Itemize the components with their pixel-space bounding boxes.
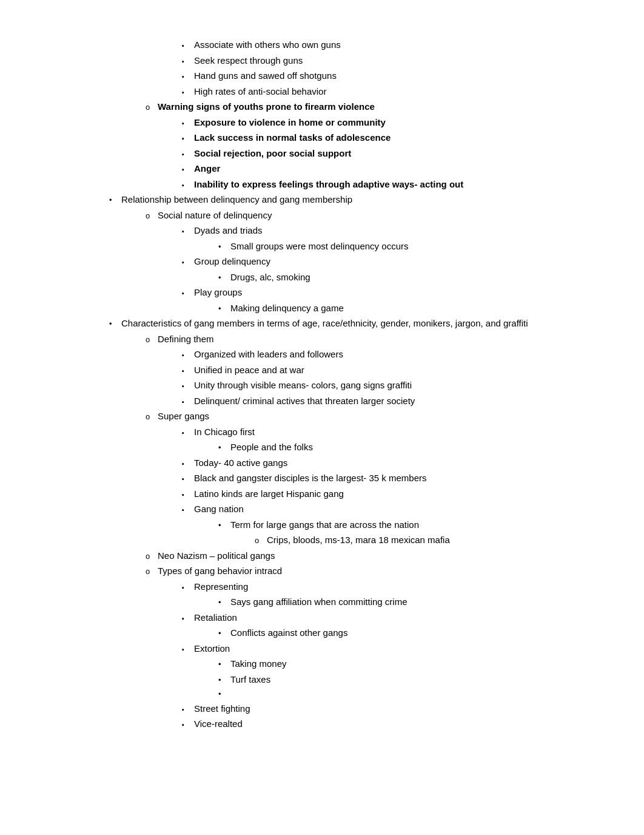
list-item-text: Unity through visible means- colors, gan…: [194, 379, 412, 393]
bullet-icon: ▪: [182, 56, 194, 67]
list-item: oWarning signs of youths prone to firear…: [109, 100, 595, 114]
list-item-text: Organized with leaders and followers: [194, 348, 343, 362]
list-item-text: Unified in peace and at war: [194, 363, 304, 377]
bullet-icon: ▪: [182, 428, 194, 438]
list-item-text: Drugs, alc, smoking: [230, 271, 310, 285]
list-item-text: Neo Nazism – political gangs: [158, 549, 275, 563]
list-item: •Conflicts against other gangs: [109, 626, 595, 640]
bullet-icon: ▪: [182, 72, 194, 82]
list-item-text: Says gang affiliation when committing cr…: [230, 595, 408, 609]
bullet-icon: ▪: [182, 41, 194, 51]
list-item: •Taking money: [109, 657, 595, 671]
bullet-icon: ▪: [182, 614, 194, 624]
list-item: oSuper gangs: [109, 410, 595, 424]
bullet-icon: ▪: [182, 474, 194, 484]
bullet-icon: ▪: [182, 257, 194, 268]
list-item-text: Super gangs: [158, 410, 209, 424]
list-item: ▪Play groups: [109, 286, 595, 300]
list-item: ▪Vice-realted: [109, 717, 595, 731]
bullet-icon: ▪: [182, 720, 194, 730]
list-item-text: High rates of anti-social behavior: [194, 85, 326, 99]
list-item-text: Dyads and triads: [194, 224, 263, 238]
outline-list: ▪Associate with others who own guns▪Seek…: [109, 38, 595, 731]
list-item: ▪Black and gangster disciples is the lar…: [109, 472, 595, 485]
list-item-text: Relationship between delinquency and gan…: [121, 193, 352, 207]
list-item-text: Group delinquency: [194, 255, 270, 269]
list-item-text: Anger: [194, 162, 220, 176]
bullet-icon: ▪: [182, 134, 194, 144]
bullet-icon: ▪: [182, 288, 194, 299]
list-item-text: Term for large gangs that are across the…: [230, 518, 419, 532]
list-item: •Relationship between delinquency and ga…: [109, 193, 595, 207]
list-item: ▪Latino kinds are larget Hispanic gang: [109, 487, 595, 501]
list-item-text: Characteristics of gang members in terms…: [121, 317, 528, 331]
bullet-icon: •: [218, 303, 230, 315]
bullet-icon: •: [109, 318, 121, 330]
list-item: ▪Retaliation: [109, 611, 595, 625]
bullet-icon: •: [218, 688, 230, 700]
bullet-icon: ▪: [182, 87, 194, 98]
bullet-icon: ▪: [182, 149, 194, 160]
list-item: •Characteristics of gang members in term…: [109, 317, 595, 331]
list-item: oSocial nature of delinquency: [109, 209, 595, 223]
list-item: ▪In Chicago first: [109, 425, 595, 439]
list-item: oDefining them: [109, 333, 595, 347]
bullet-icon: o: [146, 550, 158, 563]
bullet-icon: ▪: [182, 118, 194, 129]
list-item: •Small groups were most delinquency occu…: [109, 240, 595, 254]
bullet-icon: ▪: [182, 505, 194, 515]
bullet-icon: •: [109, 194, 121, 206]
list-item: ▪Social rejection, poor social support: [109, 147, 595, 161]
bullet-icon: ▪: [182, 350, 194, 360]
list-item: •: [109, 688, 595, 700]
bullet-icon: ▪: [182, 366, 194, 376]
list-item-text: Types of gang behavior intracd: [158, 564, 282, 578]
list-item: ▪Hand guns and sawed off shotguns: [109, 69, 595, 83]
bullet-icon: •: [218, 442, 230, 454]
list-item-text: Making delinquency a game: [230, 302, 344, 316]
list-item: ▪Unity through visible means- colors, ga…: [109, 379, 595, 393]
bullet-icon: o: [146, 101, 158, 113]
bullet-icon: ▪: [182, 583, 194, 593]
bullet-icon: ▪: [182, 490, 194, 500]
bullet-icon: ▪: [182, 381, 194, 391]
bullet-icon: o: [255, 535, 267, 547]
list-item-text: Conflicts against other gangs: [230, 626, 347, 640]
list-item: ▪Organized with leaders and followers: [109, 348, 595, 362]
list-item: ▪Today- 40 active gangs: [109, 456, 595, 470]
list-item-text: Crips, bloods, ms-13, mara 18 mexican ma…: [267, 533, 450, 547]
list-item-text: Taking money: [230, 657, 287, 671]
bullet-icon: •: [218, 627, 230, 640]
list-item: •Drugs, alc, smoking: [109, 271, 595, 285]
bullet-icon: ▪: [182, 164, 194, 175]
list-item: ▪Street fighting: [109, 702, 595, 716]
list-item: ▪Representing: [109, 580, 595, 594]
list-item-text: Today- 40 active gangs: [194, 456, 287, 470]
list-item-text: Retaliation: [194, 611, 237, 625]
list-item: ▪Group delinquency: [109, 255, 595, 269]
list-item-text: Exposure to violence in home or communit…: [194, 116, 386, 130]
bullet-icon: •: [218, 519, 230, 532]
bullet-icon: ▪: [182, 397, 194, 407]
list-item-text: Representing: [194, 580, 248, 594]
list-item-text: Lack success in normal tasks of adolesce…: [194, 131, 391, 145]
list-item: ▪Unified in peace and at war: [109, 363, 595, 377]
list-item: ▪High rates of anti-social behavior: [109, 85, 595, 99]
list-item: ▪Anger: [109, 162, 595, 176]
list-item-text: Associate with others who own guns: [194, 38, 341, 52]
bullet-icon: ▪: [182, 705, 194, 715]
list-item: ▪Gang nation: [109, 502, 595, 516]
list-item: ▪Dyads and triads: [109, 224, 595, 238]
list-item-text: People and the folks: [230, 441, 313, 455]
list-item-text: Vice-realted: [194, 717, 243, 731]
list-item: ▪Seek respect through guns: [109, 54, 595, 68]
bullet-icon: o: [146, 334, 158, 346]
list-item-text: Street fighting: [194, 702, 250, 716]
list-item: •Says gang affiliation when committing c…: [109, 595, 595, 609]
list-item: ▪Inability to express feelings through a…: [109, 178, 595, 192]
bullet-icon: •: [218, 272, 230, 284]
list-item-text: Seek respect through guns: [194, 54, 303, 68]
list-item-text: Play groups: [194, 286, 242, 300]
list-item-text: Social nature of delinquency: [158, 209, 272, 223]
list-item-text: Latino kinds are larget Hispanic gang: [194, 487, 344, 501]
